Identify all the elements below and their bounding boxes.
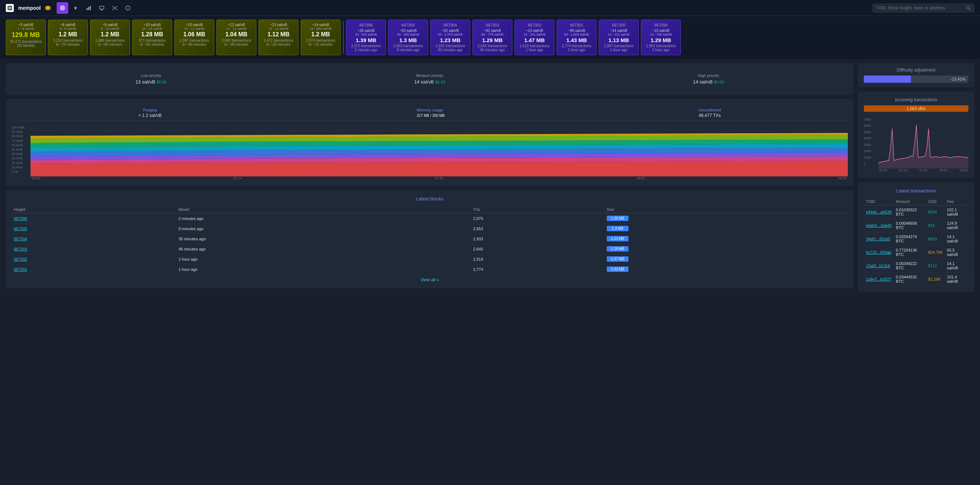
tx-id-cell[interactable]: 13a5f...b13c8 (864, 259, 894, 273)
block-height-cell[interactable]: 667301 (12, 264, 176, 274)
right-panel: Difficulty adjustment -13.41% Incoming t… (858, 63, 974, 292)
tag-badge[interactable]: ₿ (45, 6, 51, 10)
left-panel: Low priority 13 sat/vB $0.58 Medium prio… (6, 63, 854, 292)
block-mined-cell: 1 hour ago (176, 254, 471, 264)
tx-usd-cell: $1,106 (926, 273, 945, 286)
tx-fee-cell: 101.4 sat/vB (945, 273, 968, 286)
nav-tv-icon[interactable] (96, 2, 108, 14)
block-txs-cell: 2,645 (471, 244, 605, 254)
fee-low-label: Low priority (135, 73, 166, 78)
confirmed-block-667301[interactable]: 667301 ~90 sat/vB 53 - 1,809 sat/vB 1.43… (557, 20, 597, 55)
col-mined: Mined (176, 206, 471, 213)
block-size-cell: 1.43 MB (605, 264, 848, 274)
latest-blocks-card: Latest blocks Height Mined TXs Size 6673… (6, 190, 854, 288)
pending-block-4[interactable]: ~10 sat/vB 10 - 11 sat/vB 1.06 MB 1,597 … (174, 20, 214, 55)
svg-rect-8 (100, 6, 104, 9)
block-txs-cell: 1,519 (471, 254, 605, 264)
difficulty-bar-wrap: -13.41% (864, 76, 968, 83)
nav-broadcast-icon[interactable] (70, 2, 81, 14)
tx-id-cell[interactable]: e444e...a4538 (864, 205, 894, 219)
fee-range: ~3 sat/vB (9, 23, 43, 27)
pending-block-1[interactable]: ~8 sat/vB 8 - 9 sat/vB 1.2 MB 1,252 tran… (48, 20, 88, 55)
tx-amount-cell: 0.02594274 BTC (894, 232, 926, 246)
table-row: 667301 1 hour ago 2,774 1.43 MB (12, 264, 848, 274)
pending-block-2[interactable]: ~9 sat/vB 9 - 10 sat/vB 1.2 MB 1,680 tra… (90, 20, 130, 55)
fee-high: High priority 14 sat/vB $0.63 (693, 73, 724, 84)
latest-blocks-table: Height Mined TXs Size 667306 2 minutes a… (12, 206, 848, 274)
col-txid: TXID (864, 198, 894, 205)
col-usd: USD (926, 198, 945, 205)
block-height-cell[interactable]: 667306 (12, 213, 176, 224)
view-all-blocks-link[interactable]: View all (420, 277, 439, 282)
confirmed-block-667304[interactable]: 667304 ~92 sat/vB 65 - 1,370 sat/vB 1.23… (430, 20, 470, 55)
search-icon (966, 5, 971, 11)
brand-logo: M (6, 4, 14, 12)
block-size-cell: 1.47 MB (605, 254, 848, 264)
svg-line-17 (115, 6, 116, 8)
pending-block-0[interactable]: ~3 sat/vB 1 - 8 sat/vB 129.8 MB 35,471 t… (6, 20, 46, 55)
tx-amount-cell: 0.00349222 BTC (894, 259, 926, 273)
svg-line-18 (113, 8, 115, 10)
svg-rect-5 (86, 8, 88, 10)
pending-block-7[interactable]: ~14 sat/vB 14 - 690 sat/vB 1.2 MB 2,574 … (301, 20, 340, 55)
fee-low-value: 13 sat/vB $0.58 (135, 79, 166, 84)
block-height-cell[interactable]: 667305 (12, 224, 176, 234)
fee-high-value: 14 sat/vB $0.63 (693, 79, 724, 84)
confirmed-block-667300[interactable]: 667300 ~14 sat/vB 13 - 311 sat/vB 1.13 M… (599, 20, 639, 55)
table-row: 13a5f...b13c8 0.00349222 BTC $112 14.1 s… (864, 259, 968, 273)
incoming-rate: 1,563 vB/s (864, 105, 968, 112)
latest-tx-card: Latest transactions TXID Amount USD Fee … (858, 182, 974, 292)
nav-charts-icon[interactable] (83, 2, 94, 14)
confirmed-block-667299[interactable]: 667299 ~15 sat/vB 14 - 700 sat/vB 1.29 M… (641, 20, 681, 55)
pending-block-6[interactable]: ~13 sat/vB 12 - 14 sat/vB 1.12 MB 2,472 … (259, 20, 299, 55)
confirmed-block-667306[interactable]: 667306 ~28 sat/vB 15 - 623 sat/vB 1.39 M… (346, 20, 386, 55)
tx-fee-cell: 65.5 sat/vB (945, 246, 968, 259)
block-size-cell: 1.29 MB (605, 244, 848, 254)
nav-info-icon[interactable]: i (122, 2, 134, 14)
block-size-cell: 1.3 MB (605, 224, 848, 234)
mempool-chart (30, 126, 848, 177)
unconfirmed-stat: Unconfirmed 48,477 TXs (698, 108, 721, 118)
pending-block-3[interactable]: ~10 sat/vB 10 - 10 sat/vB 1.28 MB 871 tr… (132, 20, 172, 55)
nav-network-icon[interactable] (109, 2, 121, 14)
svg-line-23 (969, 9, 970, 10)
tx-id-cell[interactable]: 34af1...83cb5 (864, 232, 894, 246)
block-mined-cell: 46 minutes ago (176, 244, 471, 254)
search-input[interactable] (876, 5, 964, 11)
block-height-cell[interactable]: 667302 (12, 254, 176, 264)
difficulty-card: Difficulty adjustment -13.41% (858, 63, 974, 87)
block-mined-cell: 9 minutes ago (176, 224, 471, 234)
mempool-card: Purging < 1.2 sat/vB Memory usage 327 MB… (6, 99, 854, 186)
tx-amount-cell: 0.00048658 BTC (894, 219, 926, 232)
nav-mempool-icon[interactable] (57, 2, 68, 14)
col-amount: Amount (894, 198, 926, 205)
svg-text:M: M (8, 6, 11, 10)
tx-id-cell[interactable]: 6c722...659ab (864, 246, 894, 259)
pending-block-5[interactable]: ~12 sat/vB 11 - 12 sat/vB 1.04 MB 2,560 … (216, 20, 256, 55)
confirmed-block-667302[interactable]: 667302 ~13 sat/vB 13 - 241 sat/vB 1.47 M… (514, 20, 554, 55)
incoming-tx-title: Incoming transactions (864, 97, 968, 102)
fee-medium: Medium priority 14 sat/vB $0.63 (414, 73, 445, 84)
block-txs-cell: 2,774 (471, 264, 605, 274)
block-txs-cell: 2,653 (471, 224, 605, 234)
block-height-cell[interactable]: 667303 (12, 244, 176, 254)
tx-fee-cell: 14.1 sat/vB (945, 259, 968, 273)
svg-line-16 (113, 6, 115, 8)
tx-fee-cell: 14.1 sat/vB (945, 232, 968, 246)
confirmed-block-667305[interactable]: 667305 ~93 sat/vB 55 - 955 sat/vB 1.3 MB… (388, 20, 428, 55)
table-row: 667306 2 minutes ago 2,075 1.39 MB (12, 213, 848, 224)
block-mined-cell: 30 minutes ago (176, 234, 471, 244)
table-row: 6c722...659ab 0.77204136 BTC $24,786 65.… (864, 246, 968, 259)
mempool-y-labels: 100 MvB 90 MvB 80 MvB 70 MvB 60 MvB 50 M… (12, 126, 29, 180)
block-mined-cell: 1 hour ago (176, 264, 471, 274)
block-height-cell[interactable]: 667304 (12, 234, 176, 244)
main-content: Low priority 13 sat/vB $0.58 Medium prio… (0, 59, 980, 296)
table-row: 34af1...83cb5 0.02594274 BTC $833 14.1 s… (864, 232, 968, 246)
mempool-chart-wrapper: 100 MvB 90 MvB 80 MvB 70 MvB 60 MvB 50 M… (12, 126, 848, 180)
tx-id-cell[interactable]: 1c8e7...b2027 (864, 273, 894, 286)
tx-id-cell[interactable]: eda54...2ab49 (864, 219, 894, 232)
search-bar[interactable] (872, 4, 974, 12)
table-row: 667304 30 minutes ago 1,933 1.23 MB (12, 234, 848, 244)
table-row: e444e...a4538 0.01039322 BTC $334 102.1 … (864, 205, 968, 219)
confirmed-block-667303[interactable]: 667303 ~92 sat/vB 65 - 775 sat/vB 1.29 M… (473, 20, 512, 55)
